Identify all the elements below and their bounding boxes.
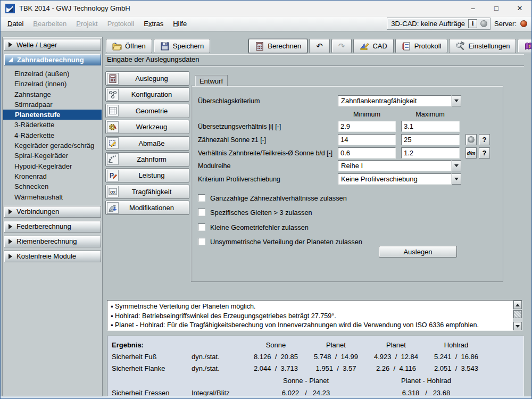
power-icon: P xyxy=(107,170,119,181)
results-panel: Ergebnis: Sonne Planet Planet Hohlrad Si… xyxy=(107,336,524,396)
nav-zahnform-button[interactable]: Zahnform xyxy=(105,152,189,167)
sidebar-section-zahnradberechnung[interactable]: Zahnradberechnung xyxy=(4,54,101,65)
nav-modifikationen-button[interactable]: Modifikationen xyxy=(105,201,189,215)
open-button[interactable]: Öffnen xyxy=(106,39,152,53)
cad-ruler-pencil-icon xyxy=(360,41,369,51)
sidebar-item-hypoid-kegelraeder[interactable]: Hypoid-Kegelräder xyxy=(3,161,102,171)
sidebar-section-verbindungen[interactable]: Verbindungen xyxy=(4,206,101,218)
collapsed-arrow-icon xyxy=(9,254,12,259)
sidebar-item-schnecken[interactable]: Schnecken xyxy=(3,181,102,192)
results-title: Ergebnis: xyxy=(112,341,192,349)
maximize-button[interactable]: □ xyxy=(485,1,508,16)
sidebar-item-waermehaushalt[interactable]: Wärmehaushalt xyxy=(3,192,102,202)
tab-entwurf[interactable]: Entwurf xyxy=(195,75,228,86)
nav-auslegung-button[interactable]: Auslegung xyxy=(105,71,189,86)
dm-button[interactable]: d/m xyxy=(466,147,477,159)
nav-tragfaehigkeit-button[interactable]: σx Tragfähigkeit xyxy=(105,185,189,199)
menu-extras[interactable]: Extras xyxy=(139,16,168,31)
width-ratio-help-button[interactable]: ? xyxy=(479,147,490,159)
results-pair-sonne-planet: Sonne - Planet xyxy=(246,377,366,385)
nav-werkzeug-button[interactable]: Werkzeug xyxy=(105,120,189,134)
nav-abmasse-button[interactable]: Abmaße xyxy=(105,136,189,151)
gear-picker-button[interactable] xyxy=(466,134,477,145)
width-ratio-max-input[interactable] xyxy=(401,147,460,159)
design-calculator-icon xyxy=(107,73,119,85)
sidebar-item-einzelrad-aussen[interactable]: Einzelrad (außen) xyxy=(3,69,102,79)
sidebar-item-spiral-kegelraeder[interactable]: Spiral-Kegelräder xyxy=(3,151,102,161)
asymmetric-planets-checkbox[interactable] xyxy=(198,238,205,245)
module-series-select[interactable]: Reihe I xyxy=(338,160,461,171)
help-book-icon: ? xyxy=(524,41,532,51)
calculate-button[interactable]: Berechnen xyxy=(248,39,307,53)
arrow-up-icon xyxy=(516,304,520,306)
svg-text:?: ? xyxy=(529,44,531,48)
nav-leistung-button[interactable]: P Leistung xyxy=(105,168,189,182)
toolbar: Öffnen Speichern xyxy=(106,39,529,53)
close-button[interactable]: ✕ xyxy=(508,1,531,16)
nav-geometrie-button[interactable]: Geometrie xyxy=(105,104,189,118)
tool-gear-icon xyxy=(107,121,119,133)
main-area: Öffnen Speichern xyxy=(103,31,532,399)
menu-projekt: Projekt xyxy=(71,16,102,31)
sidebar-item-kegelraeder[interactable]: Kegelräder gerade/schräg xyxy=(3,140,102,151)
scroll-down-button[interactable] xyxy=(513,322,522,330)
collapsed-arrow-icon xyxy=(9,224,12,229)
integer-ratios-checkbox[interactable] xyxy=(198,194,205,202)
server-status-led xyxy=(520,20,527,27)
teeth-help-button[interactable]: ? xyxy=(479,134,490,145)
design-form-panel: Entwurf Überschlagskriterium Zahnflanken… xyxy=(191,75,503,282)
specific-sliding-checkbox[interactable] xyxy=(198,209,205,216)
ratio-max-input[interactable] xyxy=(401,121,460,132)
message-scrollbar xyxy=(513,301,522,330)
sidebar-section-federberechnung[interactable]: Federberechnung xyxy=(4,221,101,232)
help-button[interactable]: ? Hilfe xyxy=(518,39,532,53)
menu-hilfe[interactable]: Hilfe xyxy=(168,16,192,31)
teeth-max-input[interactable] xyxy=(401,134,460,145)
sidebar-section-kostenfreie-module[interactable]: Kostenfreie Module xyxy=(4,251,101,262)
save-button[interactable]: Speichern xyxy=(154,39,211,53)
tooth-form-icon xyxy=(107,153,119,165)
sidebar-item-3-raederkette[interactable]: 3-Räderkette xyxy=(3,120,102,130)
configuration-icon xyxy=(107,89,119,101)
sidebar-item-einzelrad-innen[interactable]: Einzelrad (innen) xyxy=(3,79,102,89)
settings-button[interactable]: Einstellungen xyxy=(449,39,516,53)
sidebar-section-riemenberechnung[interactable]: Riemenberechnung xyxy=(4,236,101,247)
info-button[interactable]: i xyxy=(468,19,477,28)
criterion-select[interactable]: Zahnflankentragfähigkeit xyxy=(338,95,461,106)
undo-button[interactable]: ↶ xyxy=(309,39,330,53)
collapsed-arrow-icon xyxy=(9,209,12,214)
ratio-min-input[interactable] xyxy=(338,121,396,132)
geometry-errors-checkbox[interactable] xyxy=(198,223,205,231)
sidebar-item-4-raederkette[interactable]: 4-Räderkette xyxy=(3,130,102,140)
criterion-label: Überschlagskriterium xyxy=(198,95,260,106)
sidebar-item-stirnradpaar[interactable]: Stirnradpaar xyxy=(3,99,102,110)
page-title: Eingabe der Auslegungsdaten xyxy=(107,55,199,63)
scroll-up-button[interactable] xyxy=(513,301,522,309)
teeth-min-input[interactable] xyxy=(338,134,396,145)
redo-button: ↷ xyxy=(331,39,352,53)
settings-tools-icon xyxy=(455,41,465,51)
save-floppy-icon xyxy=(160,41,170,51)
message-box: ▪ Symmetrische Verteilung der Planeten m… xyxy=(107,300,522,331)
nav-konfiguration-button[interactable]: Konfiguration xyxy=(105,87,189,102)
dropdown-arrow-icon xyxy=(454,99,459,102)
scrollbar-thumb[interactable] xyxy=(513,310,522,318)
minimize-button[interactable]: – xyxy=(461,1,485,16)
width-ratio-min-input[interactable] xyxy=(338,147,396,159)
sidebar-item-list: Einzelrad (außen) Einzelrad (innen) Zahn… xyxy=(3,69,102,202)
menu-datei[interactable]: Datei xyxy=(3,16,28,31)
sidebar-item-planetenstufe[interactable]: Planetenstufe xyxy=(3,110,102,120)
sidebar-item-kronenrad[interactable]: Kronenrad xyxy=(3,171,102,181)
expanded-arrow-icon xyxy=(9,57,13,62)
sidebar-section-welle-lager[interactable]: Welle / Lager xyxy=(4,39,101,51)
results-col-planet1: Planet xyxy=(306,341,366,349)
undo-icon: ↶ xyxy=(316,42,323,50)
sidebar-item-zahnstange[interactable]: Zahnstange xyxy=(3,89,102,99)
protocol-button[interactable]: Protokoll xyxy=(395,39,448,53)
checkbox-row-specific-sliding: Spezifisches Gleiten > 3 zulassen xyxy=(198,208,312,217)
cad-button[interactable]: CAD xyxy=(353,39,393,53)
auslegen-button[interactable]: Auslegen xyxy=(379,246,457,257)
arrow-down-icon xyxy=(516,325,520,328)
profile-shift-select[interactable]: Keine Profilverschiebung xyxy=(338,173,461,185)
collapsed-arrow-icon xyxy=(9,239,12,244)
